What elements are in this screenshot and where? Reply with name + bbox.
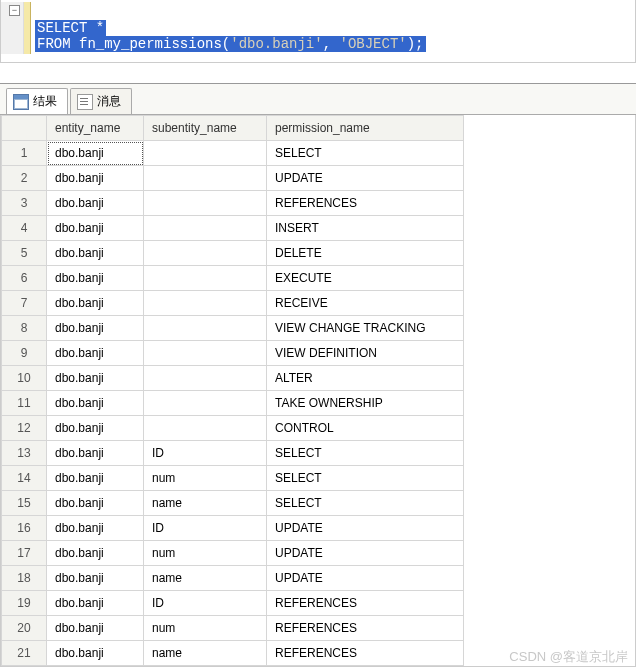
table-row[interactable]: 14dbo.banjinumSELECT (2, 466, 464, 491)
cell-subentity[interactable] (144, 241, 267, 266)
row-number[interactable]: 19 (2, 591, 47, 616)
row-number[interactable]: 7 (2, 291, 47, 316)
cell-entity[interactable]: dbo.banji (47, 441, 144, 466)
cell-entity[interactable]: dbo.banji (47, 166, 144, 191)
cell-entity[interactable]: dbo.banji (47, 216, 144, 241)
tab-results[interactable]: 结果 (6, 88, 68, 114)
cell-permission[interactable]: REFERENCES (267, 191, 464, 216)
tab-messages[interactable]: 消息 (70, 88, 132, 114)
row-number[interactable]: 14 (2, 466, 47, 491)
table-row[interactable]: 2dbo.banjiUPDATE (2, 166, 464, 191)
row-number[interactable]: 3 (2, 191, 47, 216)
cell-entity[interactable]: dbo.banji (47, 316, 144, 341)
cell-subentity[interactable] (144, 316, 267, 341)
header-subentity[interactable]: subentity_name (144, 116, 267, 141)
cell-subentity[interactable]: ID (144, 441, 267, 466)
cell-permission[interactable]: INSERT (267, 216, 464, 241)
cell-permission[interactable]: TAKE OWNERSHIP (267, 391, 464, 416)
table-row[interactable]: 12dbo.banjiCONTROL (2, 416, 464, 441)
cell-permission[interactable]: DELETE (267, 241, 464, 266)
cell-subentity[interactable]: name (144, 491, 267, 516)
cell-entity[interactable]: dbo.banji (47, 241, 144, 266)
header-permission[interactable]: permission_name (267, 116, 464, 141)
row-number[interactable]: 21 (2, 641, 47, 666)
cell-subentity[interactable] (144, 391, 267, 416)
cell-subentity[interactable] (144, 366, 267, 391)
cell-entity[interactable]: dbo.banji (47, 591, 144, 616)
row-number[interactable]: 13 (2, 441, 47, 466)
cell-subentity[interactable]: ID (144, 516, 267, 541)
cell-entity[interactable]: dbo.banji (47, 566, 144, 591)
table-row[interactable]: 15dbo.banjinameSELECT (2, 491, 464, 516)
table-row[interactable]: 8dbo.banjiVIEW CHANGE TRACKING (2, 316, 464, 341)
cell-permission[interactable]: UPDATE (267, 541, 464, 566)
sql-code[interactable]: SELECT * FROM fn_my_permissions('dbo.ban… (31, 2, 430, 54)
fold-minus-icon[interactable]: − (9, 5, 20, 16)
cell-subentity[interactable]: num (144, 541, 267, 566)
cell-entity[interactable]: dbo.banji (47, 366, 144, 391)
cell-entity[interactable]: dbo.banji (47, 516, 144, 541)
row-number[interactable]: 17 (2, 541, 47, 566)
cell-permission[interactable]: RECEIVE (267, 291, 464, 316)
table-row[interactable]: 9dbo.banjiVIEW DEFINITION (2, 341, 464, 366)
cell-entity[interactable]: dbo.banji (47, 391, 144, 416)
cell-subentity[interactable]: name (144, 566, 267, 591)
cell-entity[interactable]: dbo.banji (47, 341, 144, 366)
cell-subentity[interactable]: num (144, 466, 267, 491)
cell-subentity[interactable] (144, 141, 267, 166)
table-row[interactable]: 19dbo.banjiIDREFERENCES (2, 591, 464, 616)
cell-permission[interactable]: UPDATE (267, 516, 464, 541)
cell-permission[interactable]: UPDATE (267, 166, 464, 191)
cell-permission[interactable]: EXECUTE (267, 266, 464, 291)
cell-permission[interactable]: SELECT (267, 466, 464, 491)
row-number[interactable]: 2 (2, 166, 47, 191)
cell-subentity[interactable]: num (144, 616, 267, 641)
table-row[interactable]: 16dbo.banjiIDUPDATE (2, 516, 464, 541)
row-number[interactable]: 15 (2, 491, 47, 516)
table-row[interactable]: 4dbo.banjiINSERT (2, 216, 464, 241)
cell-entity[interactable]: dbo.banji (47, 541, 144, 566)
table-row[interactable]: 17dbo.banjinumUPDATE (2, 541, 464, 566)
cell-entity[interactable]: dbo.banji (47, 416, 144, 441)
row-number[interactable]: 4 (2, 216, 47, 241)
sql-editor[interactable]: − SELECT * FROM fn_my_permissions('dbo.b… (0, 0, 636, 63)
cell-subentity[interactable] (144, 266, 267, 291)
cell-entity[interactable]: dbo.banji (47, 266, 144, 291)
row-number[interactable]: 20 (2, 616, 47, 641)
cell-subentity[interactable] (144, 341, 267, 366)
cell-subentity[interactable] (144, 216, 267, 241)
header-entity[interactable]: entity_name (47, 116, 144, 141)
cell-permission[interactable]: VIEW CHANGE TRACKING (267, 316, 464, 341)
row-number[interactable]: 5 (2, 241, 47, 266)
cell-permission[interactable]: SELECT (267, 491, 464, 516)
table-row[interactable]: 18dbo.banjinameUPDATE (2, 566, 464, 591)
cell-entity[interactable]: dbo.banji (47, 191, 144, 216)
cell-entity[interactable]: dbo.banji (47, 466, 144, 491)
cell-entity[interactable]: dbo.banji (47, 616, 144, 641)
cell-permission[interactable]: REFERENCES (267, 616, 464, 641)
table-row[interactable]: 1dbo.banjiSELECT (2, 141, 464, 166)
cell-subentity[interactable] (144, 191, 267, 216)
cell-permission[interactable]: SELECT (267, 141, 464, 166)
splitter[interactable] (0, 63, 636, 84)
table-row[interactable]: 7dbo.banjiRECEIVE (2, 291, 464, 316)
table-row[interactable]: 10dbo.banjiALTER (2, 366, 464, 391)
cell-entity[interactable]: dbo.banji (47, 291, 144, 316)
row-number[interactable]: 1 (2, 141, 47, 166)
row-number[interactable]: 9 (2, 341, 47, 366)
table-row[interactable]: 3dbo.banjiREFERENCES (2, 191, 464, 216)
cell-permission[interactable]: REFERENCES (267, 591, 464, 616)
cell-subentity[interactable] (144, 166, 267, 191)
row-number[interactable]: 12 (2, 416, 47, 441)
table-row[interactable]: 20dbo.banjinumREFERENCES (2, 616, 464, 641)
table-row[interactable]: 5dbo.banjiDELETE (2, 241, 464, 266)
cell-entity[interactable]: dbo.banji (47, 491, 144, 516)
cell-permission[interactable]: VIEW DEFINITION (267, 341, 464, 366)
cell-entity[interactable]: dbo.banji (47, 641, 144, 666)
row-number[interactable]: 10 (2, 366, 47, 391)
row-number[interactable]: 8 (2, 316, 47, 341)
results-grid[interactable]: entity_name subentity_name permission_na… (0, 115, 636, 667)
cell-permission[interactable]: REFERENCES (267, 641, 464, 666)
cell-permission[interactable]: ALTER (267, 366, 464, 391)
row-number[interactable]: 11 (2, 391, 47, 416)
